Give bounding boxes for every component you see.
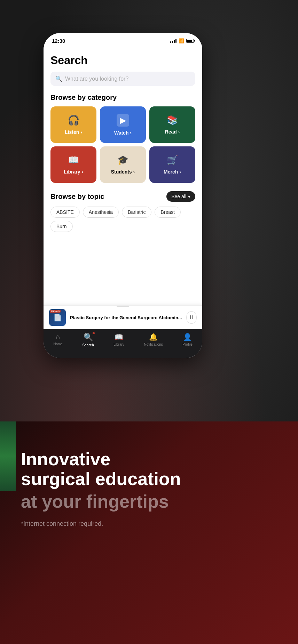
phone-content: Search 🔍 What are you looking for? Brows… (44, 48, 202, 329)
nav-label-search: Search (82, 343, 94, 347)
status-bar: 12:30 📶 (44, 33, 202, 48)
topic-pill-anesthesia[interactable]: Anesthesia (83, 207, 119, 218)
phone-frame: 12:30 📶 Search 🔍 What are you looking fo… (44, 33, 202, 358)
browse-category-title: Browse by category (50, 94, 195, 102)
nav-label-library: Library (113, 343, 124, 346)
browse-topic-header: Browse by topic See all ▾ (50, 191, 195, 202)
bottom-section: Innovativesurgical education at your fin… (0, 421, 298, 644)
nav-label-profile: Profile (182, 343, 192, 346)
category-card-read[interactable]: 📚 Read › (149, 106, 195, 143)
mini-player-title: Plastic Surgery for the General Surgeon:… (70, 315, 182, 320)
category-label-read: Read › (165, 129, 180, 135)
search-input[interactable]: What are you looking for? (65, 76, 128, 82)
mini-player-badge: ANNALS (50, 310, 61, 313)
category-label-students: Students › (111, 169, 135, 175)
mini-player[interactable]: 📄 ANNALS Plastic Surgery for the General… (44, 305, 202, 329)
nav-item-home[interactable]: ⌂ Home (53, 333, 63, 346)
category-card-watch[interactable]: ▶ Watch › (100, 106, 146, 143)
profile-icon: 👤 (183, 333, 192, 341)
browse-topic-title: Browse by topic (50, 193, 104, 201)
mini-player-info: Plastic Surgery for the General Surgeon:… (70, 315, 182, 320)
cart-icon: 🛒 (167, 155, 178, 166)
topic-pills: ABSITE Anesthesia Bariatric Breast Burn (50, 207, 195, 232)
search-notification-dot (93, 332, 95, 334)
home-icon: ⌂ (56, 333, 60, 341)
category-label-watch: Watch › (114, 130, 132, 136)
page-title: Search (50, 54, 195, 67)
search-bar[interactable]: 🔍 What are you looking for? (50, 72, 195, 86)
status-time: 12:30 (52, 38, 65, 44)
category-card-merch[interactable]: 🛒 Merch › (149, 146, 195, 183)
see-all-button[interactable]: See all ▾ (166, 191, 195, 202)
graduation-icon: 🎓 (117, 155, 128, 166)
nav-item-search[interactable]: 🔍 Search (82, 333, 94, 347)
bell-icon: 🔔 (149, 333, 158, 341)
category-label-listen: Listen › (65, 129, 82, 135)
tagline-main: Innovativesurgical education (21, 449, 277, 489)
library-nav-icon: 📖 (115, 333, 123, 341)
search-nav-icon: 🔍 (84, 333, 93, 342)
book-icon: 📚 (167, 115, 178, 126)
topic-pill-bariatric[interactable]: Bariatric (122, 207, 151, 218)
disclaimer: *Internet connection required. (21, 520, 277, 528)
topic-pill-absite[interactable]: ABSITE (50, 207, 80, 218)
play-icon: ▶ (117, 114, 129, 127)
topic-pill-burn[interactable]: Burn (50, 221, 73, 232)
nav-item-library[interactable]: 📖 Library (113, 333, 124, 346)
wifi-icon: 📶 (179, 38, 184, 43)
nav-label-notifications: Notifications (144, 343, 163, 346)
mini-player-pause-button[interactable]: ⏸ (186, 311, 197, 324)
mini-player-thumbnail: 📄 ANNALS (49, 309, 66, 326)
chevron-down-icon: ▾ (188, 194, 190, 199)
signal-icon (170, 39, 177, 43)
search-icon: 🔍 (55, 75, 62, 82)
nav-label-home: Home (53, 342, 63, 346)
headphones-icon: 🎧 (68, 114, 80, 126)
nav-item-notifications[interactable]: 🔔 Notifications (144, 333, 163, 346)
drag-indicator (117, 306, 129, 307)
category-card-library[interactable]: 📖 Library › (50, 146, 96, 183)
bottom-nav: ⌂ Home 🔍 Search 📖 Library 🔔 Notification… (44, 329, 202, 358)
category-grid: 🎧 Listen › ▶ Watch › 📚 Read › 📖 Library … (50, 106, 195, 183)
image-accent (0, 421, 16, 491)
tagline-sub: at your fingertips (21, 492, 277, 512)
nav-item-profile[interactable]: 👤 Profile (182, 333, 192, 346)
category-card-students[interactable]: 🎓 Students › (100, 146, 146, 183)
open-book-icon: 📖 (68, 155, 79, 166)
topic-pill-breast[interactable]: Breast (155, 207, 180, 218)
battery-icon (186, 39, 194, 43)
category-card-listen[interactable]: 🎧 Listen › (50, 106, 96, 143)
category-label-merch: Merch › (164, 169, 181, 175)
status-icons: 📶 (170, 38, 194, 43)
category-label-library: Library › (64, 169, 83, 175)
